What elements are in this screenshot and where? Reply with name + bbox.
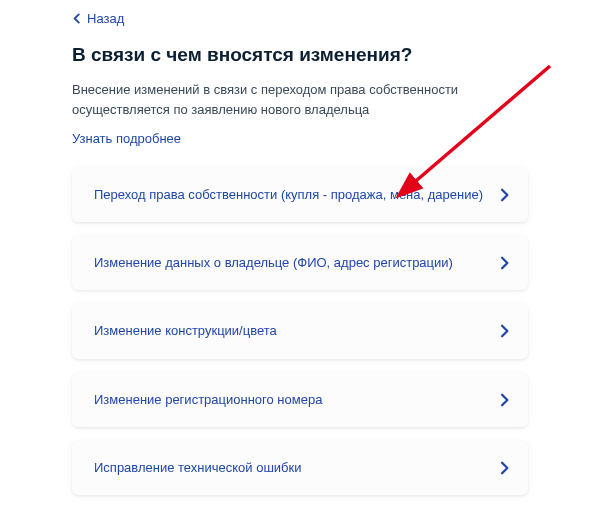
chevron-right-icon (500, 256, 510, 270)
chevron-right-icon (500, 461, 510, 475)
chevron-right-icon (500, 393, 510, 407)
more-link[interactable]: Узнать подробнее (72, 131, 181, 146)
page-container: Назад В связи с чем вносятся изменения? … (0, 0, 600, 495)
option-technical-error[interactable]: Исправление технической ошибки (72, 441, 528, 495)
option-label: Переход права собственности (купля - про… (94, 186, 495, 204)
option-construction-color[interactable]: Изменение конструкции/цвета (72, 304, 528, 358)
chevron-right-icon (500, 188, 510, 202)
option-label: Исправление технической ошибки (94, 459, 314, 477)
back-label: Назад (87, 11, 124, 26)
option-owner-data-change[interactable]: Изменение данных о владельце (ФИО, адрес… (72, 236, 528, 290)
option-registration-number[interactable]: Изменение регистрационного номера (72, 373, 528, 427)
option-label: Изменение регистрационного номера (94, 391, 334, 409)
page-description: Внесение изменений в связи с переходом п… (72, 80, 528, 119)
back-button[interactable]: Назад (72, 11, 124, 26)
page-title: В связи с чем вносятся изменения? (72, 44, 528, 66)
option-ownership-transfer[interactable]: Переход права собственности (купля - про… (72, 168, 528, 222)
option-label: Изменение данных о владельце (ФИО, адрес… (94, 254, 465, 272)
chevron-right-icon (500, 324, 510, 338)
options-list: Переход права собственности (купля - про… (72, 168, 528, 495)
option-label: Изменение конструкции/цвета (94, 322, 289, 340)
chevron-left-icon (72, 13, 81, 24)
